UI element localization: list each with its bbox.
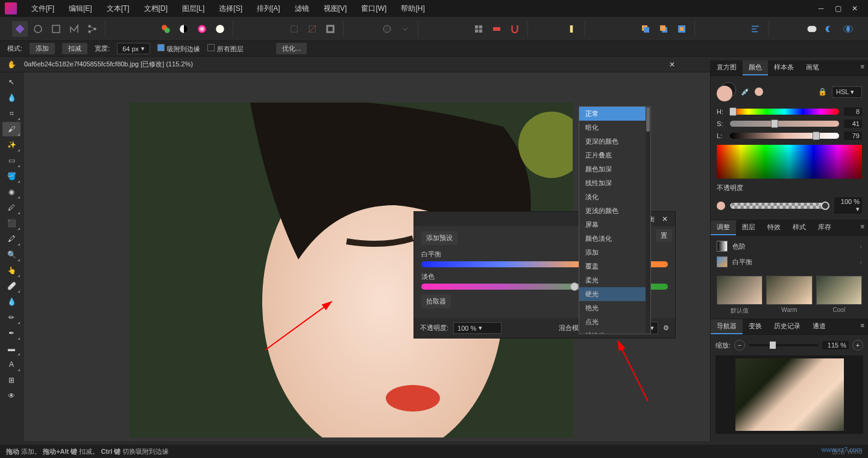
zoom-value[interactable]: 115 % — [822, 341, 849, 349]
erase-tool-icon[interactable]: ⬛ — [2, 216, 20, 231]
boolean-intersect-icon[interactable] — [840, 21, 856, 37]
crop-tool-icon[interactable]: ⌗ — [2, 106, 20, 121]
tab-effects[interactable]: 特效 — [761, 220, 787, 235]
tab-styles[interactable]: 样式 — [787, 220, 812, 235]
optimize-button[interactable]: 优化... — [276, 43, 307, 54]
healing-tool-icon[interactable]: 🩹 — [2, 279, 20, 293]
tab-layers[interactable]: 图层 — [736, 220, 761, 235]
blend-mode-option[interactable]: 更浅的颜色 — [579, 204, 650, 218]
menu-window[interactable]: 窗口[W] — [354, 4, 394, 14]
blend-mode-option[interactable]: 艳光 — [579, 301, 650, 315]
assistant-icon[interactable] — [564, 21, 579, 37]
shape-tool-icon[interactable]: ▬ — [2, 342, 20, 356]
dropdown-caret-icon[interactable] — [397, 21, 413, 37]
text-tool-icon[interactable]: A — [2, 357, 20, 372]
quick-mask-icon[interactable] — [379, 21, 395, 37]
preset-default[interactable]: 默认值 — [717, 276, 763, 315]
persona-photo-icon[interactable] — [12, 21, 28, 37]
adjustment-levels[interactable]: 色阶 › — [711, 238, 868, 254]
persona-export-icon[interactable] — [84, 21, 100, 37]
color-ball-icon[interactable] — [212, 21, 228, 37]
blend-mode-option[interactable]: 柔光 — [579, 273, 650, 287]
blend-mode-option[interactable]: 线性光 — [579, 329, 650, 334]
color-swatch-main[interactable] — [717, 82, 736, 101]
inpaint-tool-icon[interactable]: 👆 — [2, 263, 20, 278]
smudge-tool-icon[interactable]: ✏ — [2, 310, 20, 325]
tab-channels[interactable]: 通道 — [807, 319, 832, 334]
wb-gear-icon[interactable]: ⚙ — [663, 324, 669, 332]
tab-histogram[interactable]: 直方图 — [711, 60, 743, 75]
wb-opacity-dropdown[interactable]: 100 %▾ — [453, 322, 502, 334]
menu-select[interactable]: 选择[S] — [212, 4, 250, 14]
zoom-in-button[interactable]: + — [852, 340, 863, 351]
panel-menu-icon[interactable]: ≡ — [857, 60, 868, 75]
zoom-tool-icon[interactable]: 🔍 — [2, 247, 20, 262]
blend-mode-option[interactable]: 颜色淡化 — [579, 232, 650, 246]
tab-history[interactable]: 历史记录 — [768, 319, 807, 334]
menu-document[interactable]: 文档[D] — [137, 4, 175, 14]
panel-menu-icon[interactable]: ≡ — [857, 319, 868, 334]
view-tool-icon[interactable]: 👁 — [2, 389, 20, 403]
opacity-value-dropdown[interactable]: 100 % ▾ — [834, 197, 862, 214]
reset-button[interactable]: 置 — [656, 229, 672, 242]
blend-scrollbar[interactable] — [646, 107, 650, 334]
close-icon[interactable]: ✕ — [851, 5, 858, 12]
boolean-add-icon[interactable] — [804, 21, 820, 37]
blend-mode-option[interactable]: 更深的颜色 — [579, 135, 650, 148]
sat-value[interactable]: 41 — [844, 119, 862, 128]
magic-wand-tool-icon[interactable]: ✨ — [2, 138, 20, 152]
hue-slider[interactable] — [730, 109, 839, 115]
color-picker-tool-icon[interactable]: 💧 — [2, 91, 20, 105]
blend-mode-option[interactable]: 线性加深 — [579, 176, 650, 190]
preset-warm[interactable]: Warm — [766, 276, 812, 315]
grid-icon[interactable] — [471, 21, 486, 37]
mode-subtract-button[interactable]: 扣减 — [62, 43, 87, 54]
align-icon[interactable] — [747, 21, 763, 37]
zoom-out-button[interactable]: − — [734, 340, 745, 351]
magnet-icon[interactable] — [507, 21, 523, 37]
persona-liquify-icon[interactable] — [30, 21, 46, 37]
selection-brush-tool-icon[interactable]: 🖌 — [2, 122, 20, 136]
tab-close-icon[interactable]: ✕ — [669, 60, 675, 69]
tab-stock[interactable]: 库存 — [812, 220, 837, 235]
preset-cool[interactable]: Cool — [816, 276, 862, 315]
wb-add-preset-button[interactable]: 添加预设 — [421, 231, 458, 245]
boolean-subtract-icon[interactable] — [822, 21, 838, 37]
pen-tool-icon[interactable]: ✒ — [2, 326, 20, 340]
blend-mode-option[interactable]: 淡化 — [579, 190, 650, 204]
tab-color[interactable]: 颜色 — [743, 60, 768, 75]
persona-tone-icon[interactable] — [66, 21, 82, 37]
maximize-icon[interactable]: ▢ — [834, 5, 841, 12]
color-wheel-icon[interactable] — [194, 21, 210, 37]
blend-mode-option[interactable]: 添加 — [579, 246, 650, 259]
arrange-front-icon[interactable] — [638, 21, 653, 37]
blend-mode-option[interactable]: 点光 — [579, 315, 650, 329]
bw-icon[interactable] — [176, 21, 192, 37]
menu-file[interactable]: 文件[F] — [24, 4, 61, 14]
tab-swatches[interactable]: 样本条 — [768, 60, 800, 75]
navigator-thumbnail[interactable] — [715, 355, 863, 434]
menu-view[interactable]: 视图[V] — [316, 4, 354, 14]
opacity-slider[interactable] — [730, 203, 829, 209]
color-spectrum[interactable] — [717, 145, 862, 179]
wb-panel-close-icon[interactable]: ✕ — [659, 215, 670, 223]
hue-value[interactable]: 8 — [844, 107, 862, 116]
eyedropper-icon[interactable]: 💉 — [741, 87, 750, 96]
adjustment-white-balance[interactable]: 白平衡 › — [711, 254, 868, 270]
blend-mode-option[interactable]: 正常 — [579, 107, 650, 121]
selection-rect-icon[interactable] — [286, 21, 302, 37]
menu-layer[interactable]: 图层[L] — [175, 4, 212, 14]
blend-mode-option[interactable]: 屏幕 — [579, 218, 650, 232]
blur-tool-icon[interactable]: 💧 — [2, 294, 20, 309]
menu-edit[interactable]: 编辑[E] — [61, 4, 99, 14]
mesh-tool-icon[interactable]: ⊞ — [2, 373, 20, 387]
tab-brushes[interactable]: 画笔 — [800, 60, 825, 75]
document-tab[interactable]: 0af6eb24c5182e7f405855fc5fcf80b.jpg [已修改… — [24, 60, 193, 69]
flood-tool-icon[interactable]: 🪣 — [2, 169, 20, 183]
hand-tool-icon[interactable]: ✋ — [7, 60, 16, 69]
lock-icon[interactable]: 🔒 — [818, 87, 827, 96]
clone-tool-icon[interactable]: 🖍 — [2, 232, 20, 246]
light-value[interactable]: 79 — [844, 132, 862, 140]
selection-deselect-icon[interactable] — [304, 21, 320, 37]
tab-transform[interactable]: 变换 — [743, 319, 768, 334]
